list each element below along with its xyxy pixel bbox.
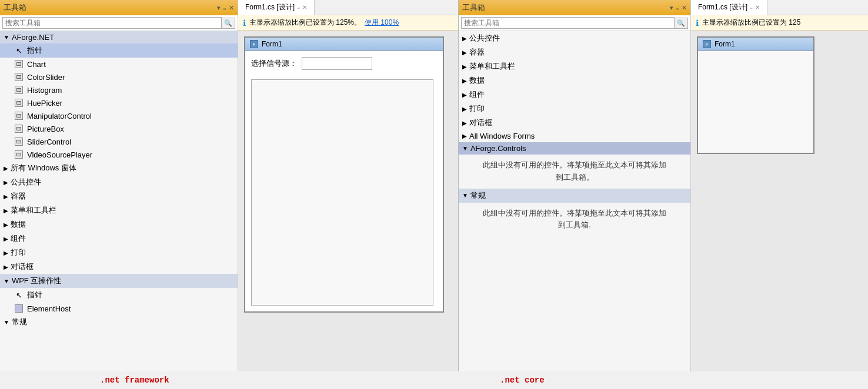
right-close-icon[interactable]: ✕: [682, 4, 687, 12]
section-general-left[interactable]: ▼ 常规: [0, 315, 238, 329]
section-r-public-label: 公共控件: [469, 33, 500, 43]
section-r-general-label: 常规: [470, 190, 486, 201]
left-toolbox-title: 工具箱: [4, 2, 26, 13]
section-r-allwinforms-label: All Windows Forms: [469, 132, 535, 140]
left-search-button[interactable]: 🔍: [222, 18, 235, 29]
dock-icon[interactable]: ₌: [223, 4, 226, 12]
left-form-input[interactable]: [302, 57, 372, 70]
left-designer-tab[interactable]: Form1.cs [设计] ₌ ✕: [238, 0, 315, 16]
item-histogram[interactable]: Histogram: [0, 83, 238, 96]
left-form-canvas: F Form1 选择信号源：: [238, 31, 458, 371]
bottom-labels: .net framework .net core: [0, 371, 868, 389]
item-huepicker[interactable]: HuePicker: [0, 96, 238, 109]
pointer-icon-wpf: ↖: [14, 290, 24, 300]
colorslider-icon: [14, 72, 24, 82]
right-info-bar: ℹ 主显示器缩放比例已设置为 125: [691, 15, 868, 31]
section-r-data[interactable]: ▶ 数据: [459, 73, 690, 88]
right-designer-tab-close[interactable]: ✕: [755, 4, 760, 11]
left-designer-tab-label: Form1.cs [设计]: [245, 2, 295, 12]
section-container-label: 容器: [11, 191, 26, 202]
item-pointer-wpf-label: 指针: [27, 290, 42, 300]
section-dialog-arrow: ▶: [4, 264, 8, 270]
item-picturebox[interactable]: PictureBox: [0, 122, 238, 135]
left-toolbox-titlebar: 工具箱 ▾ ₌ ✕: [0, 0, 238, 15]
right-toolbox-title-icons: ▾ ₌ ✕: [670, 4, 687, 12]
section-dialog[interactable]: ▶ 对话框: [0, 260, 238, 274]
section-print-arrow: ▶: [4, 250, 8, 256]
item-colorslider[interactable]: ColorSlider: [0, 71, 238, 83]
section-wpf[interactable]: ▼ WPF 互操作性: [0, 274, 238, 288]
section-r-print[interactable]: ▶ 打印: [459, 102, 690, 116]
huepicker-icon: [14, 98, 24, 108]
item-videosourceplayer[interactable]: VideoSourcePlayer: [0, 148, 238, 161]
right-form-title: Form1: [715, 40, 735, 48]
section-r-allwinforms[interactable]: ▶ All Windows Forms: [459, 130, 690, 142]
section-r-menu[interactable]: ▶ 菜单和工具栏: [459, 59, 690, 73]
right-designer-tab[interactable]: Form1.cs [设计] ₌ ✕: [691, 0, 767, 16]
section-r-container[interactable]: ▶ 容器: [459, 45, 690, 59]
right-toolbox-content: ▶ 公共控件 ▶ 容器 ▶ 菜单和工具栏 ▶ 数据 ▶ 组件: [459, 31, 690, 371]
section-r-dialog-arrow: ▶: [462, 120, 467, 126]
section-container[interactable]: ▶ 容器: [0, 189, 238, 203]
item-slidercontrol[interactable]: SliderControl: [0, 135, 238, 148]
chart-icon: [14, 59, 24, 69]
left-search-input[interactable]: [2, 17, 222, 29]
left-toolbox-search-bar: 🔍: [0, 15, 238, 31]
section-all-windows[interactable]: ▶ 所有 Windows 窗体: [0, 161, 238, 175]
pointer-icon-1: ↖: [14, 46, 24, 55]
left-info-text: 主显示器缩放比例已设置为 125%。: [249, 18, 361, 28]
section-r-public[interactable]: ▶ 公共控件: [459, 31, 690, 45]
section-r-general[interactable]: ▼ 常规: [459, 189, 690, 203]
right-toolbox-titlebar: 工具箱 ▾ ₌ ✕: [459, 0, 690, 15]
item-manipulatorcontrol[interactable]: ManipulatorControl: [0, 109, 238, 122]
section-print[interactable]: ▶ 打印: [0, 246, 238, 260]
right-toolbox-panel: 工具箱 ▾ ₌ ✕ 🔍 ▶ 公共控件 ▶ 容器: [459, 0, 691, 371]
section-r-dialog[interactable]: ▶ 对话框: [459, 116, 690, 130]
section-r-comp[interactable]: ▶ 组件: [459, 88, 690, 102]
item-pointer-1[interactable]: ↖ 指针: [0, 43, 238, 58]
right-form-icon: F: [703, 40, 711, 48]
left-form-designer: Form1.cs [设计] ₌ ✕ ℹ 主显示器缩放比例已设置为 125%。 使…: [238, 0, 459, 371]
right-pin-icon[interactable]: ▾: [670, 4, 673, 12]
section-public-controls[interactable]: ▶ 公共控件: [0, 175, 238, 189]
section-components[interactable]: ▶ 组件: [0, 232, 238, 246]
section-data[interactable]: ▶ 数据: [0, 217, 238, 232]
section-aforgedotnet[interactable]: ▼ AForge.NET: [0, 31, 238, 43]
right-designer-tab-pin[interactable]: ₌: [750, 4, 753, 11]
left-info-link[interactable]: 使用 100%: [365, 18, 399, 28]
left-form-window: F Form1 选择信号源：: [244, 36, 444, 313]
item-chart-label: Chart: [27, 60, 46, 69]
item-pointer-wpf[interactable]: ↖ 指针: [0, 288, 238, 302]
right-search-button[interactable]: 🔍: [675, 18, 688, 29]
right-area: 工具箱 ▾ ₌ ✕ 🔍 ▶ 公共控件 ▶ 容器: [459, 0, 868, 371]
section-r-aforgecontrols[interactable]: ▼ AForge.Controls: [459, 142, 690, 155]
section-data-arrow: ▶: [4, 222, 8, 228]
right-designer-tab-label: Form1.cs [设计]: [698, 2, 747, 12]
left-designer-tab-close[interactable]: ✕: [302, 4, 307, 11]
item-pointer-1-label: 指针: [27, 45, 42, 56]
info-icon-right: ℹ: [696, 18, 699, 28]
right-search-input[interactable]: [461, 17, 675, 29]
right-info-text: 主显示器缩放比例已设置为 125: [702, 18, 800, 28]
section-aforgedotnet-label: AForge.NET: [12, 33, 54, 42]
pin-icon[interactable]: ▾: [217, 4, 221, 12]
section-public-controls-label: 公共控件: [11, 177, 41, 187]
histogram-icon: [14, 85, 24, 95]
left-designer-tab-pin[interactable]: ₌: [297, 4, 300, 11]
section-data-label: 数据: [11, 219, 26, 230]
item-elementhost[interactable]: ElementHost: [0, 302, 238, 315]
close-icon[interactable]: ✕: [229, 4, 234, 12]
section-r-comp-arrow: ▶: [462, 92, 467, 98]
section-menu-toolbar-label: 菜单和工具栏: [11, 205, 56, 216]
section-menu-toolbar[interactable]: ▶ 菜单和工具栏: [0, 203, 238, 217]
item-chart[interactable]: Chart: [0, 58, 238, 71]
section-r-menu-arrow: ▶: [462, 63, 467, 70]
section-public-controls-arrow: ▶: [4, 179, 8, 186]
section-r-menu-label: 菜单和工具栏: [469, 61, 515, 72]
right-form-canvas: F Form1: [691, 31, 868, 371]
section-components-arrow: ▶: [4, 236, 8, 242]
bottom-label-core: .net core: [459, 375, 868, 385]
section-r-aforgecontrols-arrow: ▼: [462, 145, 468, 152]
left-form-titlebar: F Form1: [245, 38, 443, 51]
right-dock-icon[interactable]: ₌: [676, 4, 679, 12]
